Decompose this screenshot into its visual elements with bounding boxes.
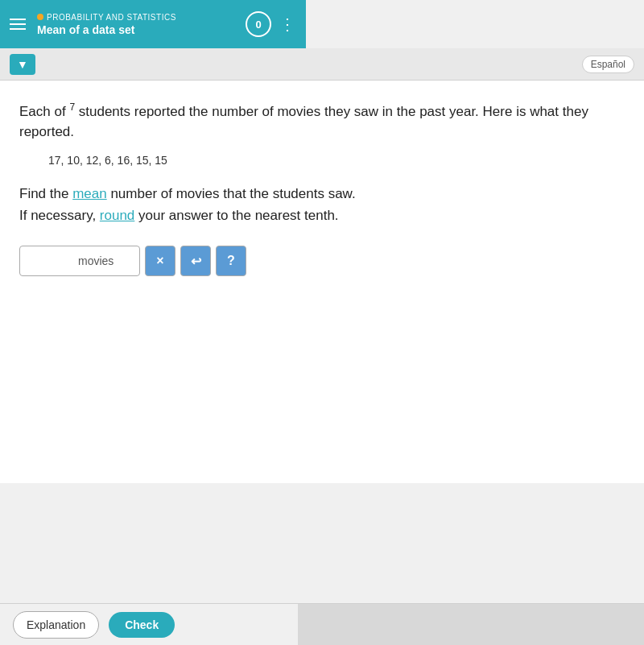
undo-icon: ↩ xyxy=(191,254,201,269)
counter-button[interactable]: 0 xyxy=(246,11,271,37)
find-instructions: Find the mean number of movies that the … xyxy=(19,183,625,226)
problem-line1-pre: Each of xyxy=(19,104,69,119)
help-button[interactable]: ? xyxy=(216,246,246,276)
header-category: PROBABILITY AND STATISTICS xyxy=(37,13,246,22)
mean-link[interactable]: mean xyxy=(72,186,107,201)
round-link[interactable]: round xyxy=(100,208,134,223)
find-post: number of movies that the students saw. xyxy=(107,186,356,201)
undo-button[interactable]: ↩ xyxy=(180,246,211,276)
app-header: PROBABILITY AND STATISTICS Mean of a dat… xyxy=(0,0,306,48)
answer-row: movies × ↩ ? xyxy=(19,246,625,276)
x-icon: × xyxy=(156,254,163,268)
header-title: Mean of a data set xyxy=(37,23,246,36)
problem-line1-rest: students reported the number of movies t… xyxy=(19,104,588,140)
header-title-group: PROBABILITY AND STATISTICS Mean of a dat… xyxy=(34,13,246,36)
question-icon: ? xyxy=(227,254,235,268)
category-label: PROBABILITY AND STATISTICS xyxy=(47,13,176,22)
top-toolbar: ▼ Español xyxy=(0,48,644,81)
problem-statement: Each of 7 students reported the number o… xyxy=(19,100,625,143)
main-content: Each of 7 students reported the number o… xyxy=(0,81,644,483)
bottom-bar-right-panel xyxy=(298,604,644,645)
more-options-icon[interactable]: ⋮ xyxy=(279,14,296,34)
find-line1: Find the mean number of movies that the … xyxy=(19,183,625,205)
find-pre: Find the xyxy=(19,186,72,201)
dropdown-button[interactable]: ▼ xyxy=(10,54,35,75)
check-button[interactable]: Check xyxy=(109,612,175,638)
nearest-tenth: your answer to the nearest tenth. xyxy=(134,208,338,223)
bottom-bar: Explanation Check xyxy=(0,603,644,645)
espanol-badge[interactable]: Español xyxy=(582,56,634,73)
unit-label: movies xyxy=(78,254,114,267)
answer-input-container: movies xyxy=(19,246,140,276)
data-list: 17, 10, 12, 6, 16, 15, 15 xyxy=(48,154,625,167)
category-dot xyxy=(37,14,43,20)
explanation-button[interactable]: Explanation xyxy=(13,611,99,639)
find-line2: If necessary, round your answer to the n… xyxy=(19,205,625,226)
clear-button[interactable]: × xyxy=(145,246,175,276)
if-necessary: If necessary, xyxy=(19,208,100,223)
menu-icon[interactable] xyxy=(10,19,26,30)
answer-input[interactable] xyxy=(27,254,75,268)
